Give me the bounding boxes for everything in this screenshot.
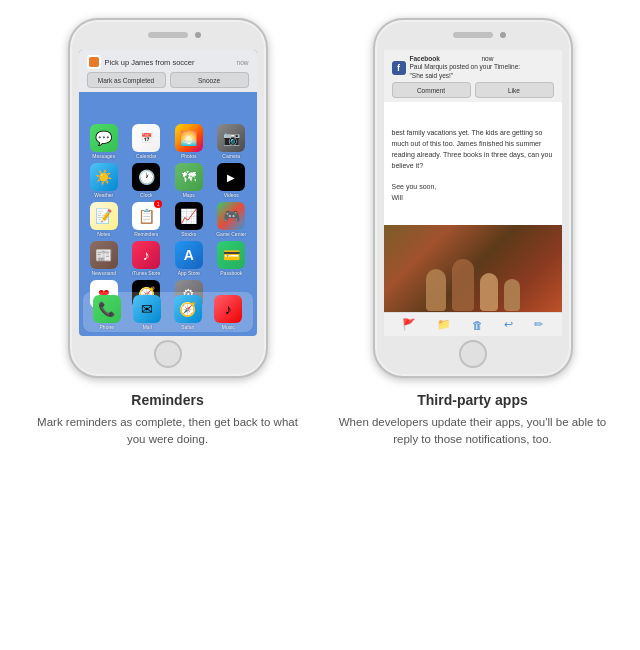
fb-email-content: best family vacations yet. The kids are … — [384, 122, 562, 210]
thirdparty-label-section: Third-party apps When developers update … — [335, 392, 610, 449]
flag-icon[interactable]: 🚩 — [402, 318, 416, 331]
reminders-description: Mark reminders as complete, then get bac… — [30, 414, 305, 449]
section-labels: Reminders Mark reminders as complete, th… — [0, 378, 640, 449]
app-itunes[interactable]: ♪ iTunes Store — [127, 241, 166, 276]
app-reminders[interactable]: 📋 1 Reminders — [127, 202, 166, 237]
front-camera-2 — [500, 32, 506, 38]
notif-header: Pick up James from soccer now — [87, 55, 249, 69]
reminders-screen: Pick up James from soccer now Mark as Co… — [79, 50, 257, 336]
maps-icon: 🗺 — [175, 163, 203, 191]
phone-icon: 📞 — [93, 295, 121, 323]
reminders-section: Pick up James from soccer now Mark as Co… — [30, 18, 305, 378]
itunes-icon: ♪ — [132, 241, 160, 269]
fb-notif-header: f Facebook now Paul Marquis posted on yo… — [392, 55, 554, 80]
notif-buttons: Mark as Completed Snooze — [87, 72, 249, 88]
folder-icon[interactable]: 📁 — [437, 318, 451, 331]
gamecenter-icon: 🎮 — [217, 202, 245, 230]
reply-icon[interactable]: ↩ — [504, 318, 513, 331]
facebook-screen: f Facebook now Paul Marquis posted on yo… — [384, 50, 562, 336]
fb-notif-subtitle: Paul Marquis posted on your Timeline: — [410, 63, 554, 71]
notif-time: now — [237, 59, 249, 66]
app-stocks[interactable]: 📈 Stocks — [170, 202, 209, 237]
thirdparty-description: When developers update their apps, you'l… — [335, 414, 610, 449]
reminders-badge: 1 — [154, 200, 162, 208]
reminder-icon-inner — [89, 57, 99, 67]
fb-comment-button[interactable]: Comment — [392, 82, 471, 98]
stocks-icon: 📈 — [175, 202, 203, 230]
dock-safari[interactable]: 🧭 Safari — [174, 295, 202, 330]
person-4 — [504, 279, 520, 311]
home-button[interactable] — [154, 340, 182, 368]
fb-notif-quote: "She said yes!" — [410, 72, 554, 80]
iphone-thirdparty: f Facebook now Paul Marquis posted on yo… — [373, 18, 573, 378]
app-camera[interactable]: 📷 Camera — [212, 124, 251, 159]
photos-icon: 🌅 — [175, 124, 203, 152]
app-messages[interactable]: 💬 Messages — [85, 124, 124, 159]
app-passbook[interactable]: 💳 Passbook — [212, 241, 251, 276]
dock: 📞 Phone ✉ Mail 🧭 Safari ♪ Music — [83, 292, 253, 332]
fb-notif-time: now — [482, 55, 554, 63]
calendar-icon: 📅 — [132, 124, 160, 152]
newsstand-icon: 📰 — [90, 241, 118, 269]
appstore-icon: A — [175, 241, 203, 269]
fb-photo — [384, 225, 562, 315]
notes-icon: 📝 — [90, 202, 118, 230]
thirdparty-section: f Facebook now Paul Marquis posted on yo… — [335, 18, 610, 378]
facebook-notification: f Facebook now Paul Marquis posted on yo… — [384, 50, 562, 102]
weather-icon: ☀️ — [90, 163, 118, 191]
dock-phone[interactable]: 📞 Phone — [93, 295, 121, 330]
app-weather[interactable]: ☀️ Weather — [85, 163, 124, 198]
safari-icon: 🧭 — [174, 295, 202, 323]
app-gamecenter[interactable]: 🎮 Game Center — [212, 202, 251, 237]
person-1 — [426, 269, 446, 311]
notif-title: Pick up James from soccer — [105, 58, 233, 67]
reminders-title: Reminders — [30, 392, 305, 408]
fb-toolbar: 🚩 📁 🗑 ↩ ✏ — [384, 312, 562, 336]
passbook-icon: 💳 — [217, 241, 245, 269]
reminder-notification: Pick up James from soccer now Mark as Co… — [79, 50, 257, 92]
iphone-reminders: Pick up James from soccer now Mark as Co… — [68, 18, 268, 378]
clock-icon: 🕐 — [132, 163, 160, 191]
dock-mail[interactable]: ✉ Mail — [133, 295, 161, 330]
fb-notif-info: Facebook now Paul Marquis posted on your… — [410, 55, 554, 80]
home-button-2[interactable] — [459, 340, 487, 368]
videos-icon: ▶ — [217, 163, 245, 191]
app-clock[interactable]: 🕐 Clock — [127, 163, 166, 198]
app-calendar[interactable]: 📅 Calendar — [127, 124, 166, 159]
thirdparty-title: Third-party apps — [335, 392, 610, 408]
trash-icon[interactable]: 🗑 — [472, 319, 483, 331]
mail-icon: ✉ — [133, 295, 161, 323]
app-appstore[interactable]: A App Store — [170, 241, 209, 276]
mark-completed-button[interactable]: Mark as Completed — [87, 72, 166, 88]
app-newsstand[interactable]: 📰 Newsstand — [85, 241, 124, 276]
compose-icon[interactable]: ✏ — [534, 318, 543, 331]
reminders-label-section: Reminders Mark reminders as complete, th… — [30, 392, 305, 449]
person-3 — [480, 273, 498, 311]
messages-icon: 💬 — [90, 124, 118, 152]
person-2 — [452, 259, 474, 311]
fb-email-text: best family vacations yet. The kids are … — [392, 129, 553, 201]
app-maps[interactable]: 🗺 Maps — [170, 163, 209, 198]
fb-like-button[interactable]: Like — [475, 82, 554, 98]
fb-notif-buttons: Comment Like — [392, 82, 554, 98]
front-camera — [195, 32, 201, 38]
app-videos[interactable]: ▶ Videos — [212, 163, 251, 198]
dock-music[interactable]: ♪ Music — [214, 295, 242, 330]
reminders-icon: 📋 1 — [132, 202, 160, 230]
app-notes[interactable]: 📝 Notes — [85, 202, 124, 237]
music-icon: ♪ — [214, 295, 242, 323]
fb-app-name: Facebook — [410, 55, 482, 63]
app-grid: 💬 Messages 📅 Calendar 🌅 Photos 📷 Camera — [83, 122, 253, 308]
photo-bg — [384, 225, 562, 315]
camera-icon: 📷 — [217, 124, 245, 152]
app-photos[interactable]: 🌅 Photos — [170, 124, 209, 159]
reminder-app-icon — [87, 55, 101, 69]
snooze-button[interactable]: Snooze — [170, 72, 249, 88]
main-container: Pick up James from soccer now Mark as Co… — [0, 0, 640, 378]
facebook-icon: f — [392, 61, 406, 75]
